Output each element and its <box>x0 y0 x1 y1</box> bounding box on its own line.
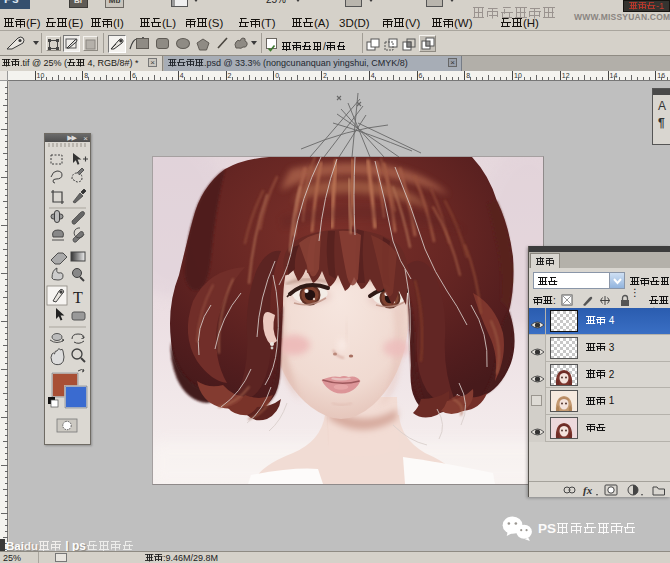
svg-text:fx: fx <box>583 484 593 496</box>
svg-text:T: T <box>73 289 83 306</box>
